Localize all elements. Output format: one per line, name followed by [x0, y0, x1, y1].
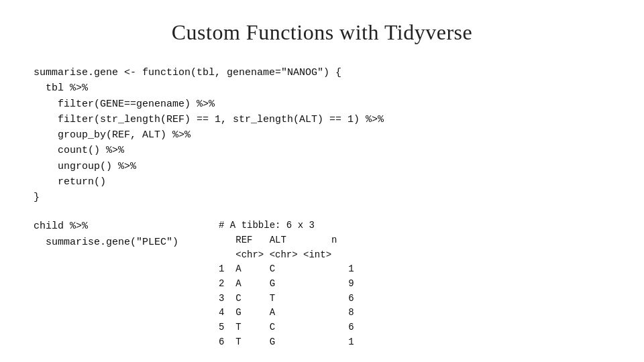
- main-code-block: summarise.gene <- function(tbl, genename…: [34, 65, 610, 205]
- page-title: Custom Functions with Tidyverse: [34, 20, 610, 45]
- page-container: Custom Functions with Tidyverse summaris…: [0, 0, 644, 362]
- output-table: # A tibble: 6 x 3 REF ALT n <chr> <chr> …: [219, 219, 354, 349]
- bottom-section: child %>% summarise.gene("PLEC") # A tib…: [34, 219, 610, 349]
- bottom-code-block: child %>% summarise.gene("PLEC"): [34, 219, 178, 250]
